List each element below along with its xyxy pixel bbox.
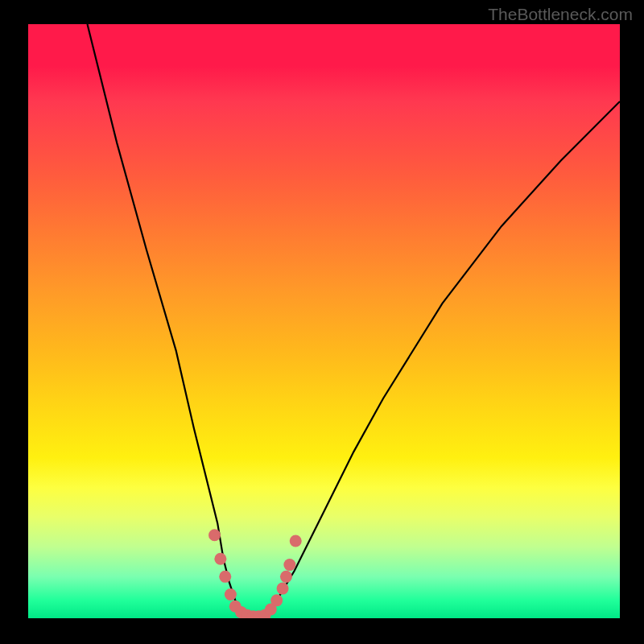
bottleneck-curve [88, 24, 621, 618]
minimum-marker-dot [283, 559, 295, 571]
watermark-text: TheBottleneck.com [488, 5, 633, 24]
chart-plot-area [28, 24, 620, 618]
minimum-marker-dot [280, 571, 292, 583]
minimum-marker-group [208, 529, 302, 618]
minimum-marker-dot [208, 529, 221, 541]
minimum-marker-dot [290, 535, 302, 547]
minimum-marker-dot [225, 588, 237, 601]
chart-curve-layer [28, 24, 620, 618]
minimum-marker-dot [214, 553, 226, 565]
minimum-marker-dot [270, 594, 283, 606]
minimum-marker-dot [219, 571, 231, 583]
minimum-marker-dot [277, 583, 289, 595]
